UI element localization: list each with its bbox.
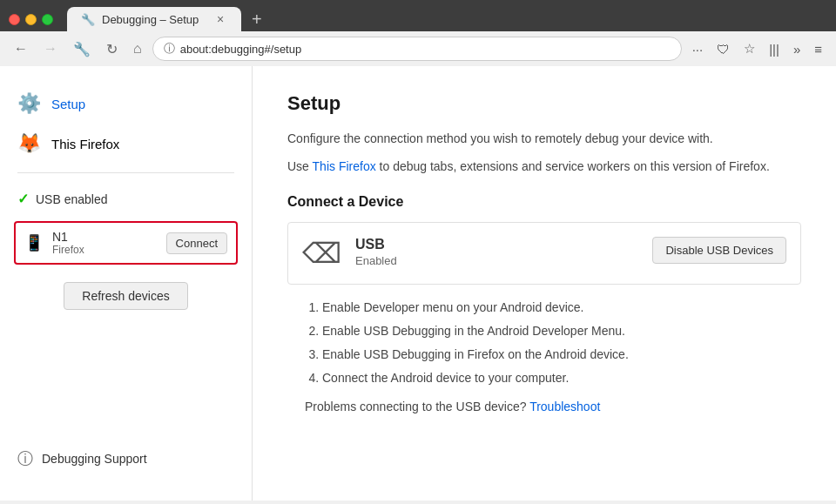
connect-device-title: Connect a Device xyxy=(287,194,801,210)
troubleshoot-prefix: Problems connecting to the USB device? xyxy=(305,400,529,413)
sidebar-item-firefox-label: This Firefox xyxy=(51,137,119,151)
menu-button[interactable]: ≡ xyxy=(809,38,827,60)
tab-bar: 🔧 Debugging – Setup × + xyxy=(67,7,269,31)
new-tab-button[interactable]: + xyxy=(245,10,269,30)
address-info-icon: ⓘ xyxy=(164,41,175,57)
sidebar-item-setup-label: Setup xyxy=(51,97,85,111)
device-item-n1: 📱 N1 Firefox Connect xyxy=(14,221,238,265)
usb-enabled-status: ✓ USB enabled xyxy=(0,182,252,216)
usb-section: ⌫ USB Enabled Disable USB Devices xyxy=(287,222,801,285)
minimize-button[interactable] xyxy=(25,14,37,25)
usb-label: USB xyxy=(355,237,638,252)
reading-list-button[interactable]: ||| xyxy=(764,38,785,60)
instruction-3: Enable USB Debugging in Firefox on the A… xyxy=(322,346,801,364)
firefox-icon: 🦊 xyxy=(17,132,41,155)
sidebar: ⚙️ Setup 🦊 This Firefox ✓ USB enabled 📱 … xyxy=(0,66,253,501)
desc2-suffix: to debug tabs, extensions and service wo… xyxy=(376,159,770,173)
usb-status: Enabled xyxy=(355,254,638,267)
connect-button[interactable]: Connect xyxy=(166,232,227,254)
main-desc-1: Configure the connection method you wish… xyxy=(287,129,801,148)
device-phone-icon: 📱 xyxy=(24,233,44,252)
troubleshoot-text: Problems connecting to the USB device? T… xyxy=(305,400,801,413)
refresh-devices-button[interactable]: Refresh devices xyxy=(64,282,187,310)
sidebar-item-setup[interactable]: ⚙️ Setup xyxy=(0,84,252,124)
debugging-support-label: Debugging Support xyxy=(42,452,147,466)
check-icon: ✓ xyxy=(17,191,29,207)
device-info: N1 Firefox xyxy=(52,230,166,256)
main-content: Setup Configure the connection method yo… xyxy=(253,66,836,501)
sidebar-divider xyxy=(17,172,234,173)
address-bar[interactable]: ⓘ about:debugging#/setup xyxy=(152,37,682,61)
instruction-4: Connect the Android device to your compu… xyxy=(322,369,801,387)
usb-enabled-label: USB enabled xyxy=(36,192,108,206)
tab-favicon: 🔧 xyxy=(81,13,95,26)
help-icon: ⓘ xyxy=(17,448,33,469)
desc2-prefix: Use xyxy=(287,159,313,173)
title-bar: 🔧 Debugging – Setup × + xyxy=(0,0,836,31)
refresh-btn-container: Refresh devices xyxy=(0,270,252,322)
setup-icon: ⚙️ xyxy=(17,92,41,115)
overflow-button[interactable]: » xyxy=(788,38,806,60)
sidebar-item-this-firefox[interactable]: 🦊 This Firefox xyxy=(0,124,252,164)
browser-chrome: 🔧 Debugging – Setup × + ← → 🔧 ↻ ⌂ ⓘ abou… xyxy=(0,0,836,66)
nav-bar: ← → 🔧 ↻ ⌂ ⓘ about:debugging#/setup ··· 🛡… xyxy=(0,31,836,66)
reload-button[interactable]: ↻ xyxy=(101,37,123,61)
troubleshoot-link[interactable]: Troubleshoot xyxy=(529,400,600,413)
sidebar-support[interactable]: ⓘ Debugging Support xyxy=(0,434,252,483)
instructions: Enable Developer menu on your Android de… xyxy=(305,299,801,413)
this-firefox-link[interactable]: This Firefox xyxy=(313,159,376,173)
instruction-2: Enable USB Debugging in the Android Deve… xyxy=(322,322,801,340)
home-button[interactable]: ⌂ xyxy=(128,37,147,60)
usb-info: USB Enabled xyxy=(355,237,638,267)
page: ⚙️ Setup 🦊 This Firefox ✓ USB enabled 📱 … xyxy=(0,66,836,501)
device-name: N1 xyxy=(52,230,166,244)
nav-actions: ··· 🛡 ☆ ||| » ≡ xyxy=(687,37,827,60)
main-desc-2: Use This Firefox to debug tabs, extensio… xyxy=(287,157,801,176)
more-button[interactable]: ··· xyxy=(687,38,709,60)
instructions-list: Enable Developer menu on your Android de… xyxy=(305,299,801,387)
sidebar-wrapper: ⚙️ Setup 🦊 This Firefox ✓ USB enabled 📱 … xyxy=(0,84,252,483)
close-button[interactable] xyxy=(9,14,20,25)
tab-close-button[interactable]: × xyxy=(213,12,227,26)
sidebar-nav: ⚙️ Setup 🦊 This Firefox ✓ USB enabled 📱 … xyxy=(0,84,252,434)
tools-button[interactable]: 🔧 xyxy=(68,37,96,61)
bookmark-button[interactable]: ☆ xyxy=(738,37,760,60)
disable-usb-button[interactable]: Disable USB Devices xyxy=(652,237,786,264)
usb-icon: ⌫ xyxy=(302,237,341,270)
active-tab[interactable]: 🔧 Debugging – Setup × xyxy=(67,7,241,31)
shield-button[interactable]: 🛡 xyxy=(711,38,735,60)
tab-title: Debugging – Setup xyxy=(102,13,206,26)
page-title: Setup xyxy=(287,92,801,115)
back-button[interactable]: ← xyxy=(9,37,33,60)
traffic-lights xyxy=(9,14,53,25)
address-text: about:debugging#/setup xyxy=(180,43,671,56)
instruction-1: Enable Developer menu on your Android de… xyxy=(322,299,801,317)
fullscreen-button[interactable] xyxy=(42,14,53,25)
forward-button[interactable]: → xyxy=(38,37,63,60)
device-type: Firefox xyxy=(52,244,166,256)
